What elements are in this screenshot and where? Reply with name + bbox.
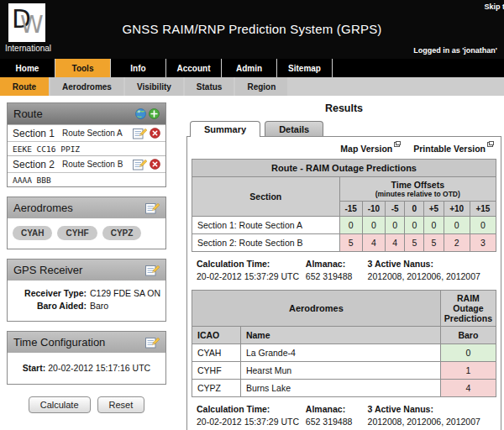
outage-value: 0 bbox=[339, 217, 362, 234]
outage-value: 0 bbox=[386, 217, 405, 234]
aerodromes-panel-header: Aerodromes bbox=[8, 197, 165, 218]
aerodrome-pill-list: CYAH CYHF CYPZ bbox=[8, 218, 165, 249]
nav-tab-sitemap[interactable]: Sitemap bbox=[277, 59, 333, 77]
table-row: CYHF Hearst Mun 1 bbox=[192, 362, 496, 380]
nav-tab-info[interactable]: Info bbox=[111, 59, 166, 77]
raim-outage-header: RAIM Outage Predictions bbox=[440, 291, 496, 327]
skip-link[interactable]: Skip to c bbox=[484, 3, 504, 11]
route-section-codes: EEKE CC16 PPIZ bbox=[8, 141, 165, 155]
subnav-filler bbox=[289, 77, 504, 96]
nav-filler bbox=[333, 59, 504, 77]
table-row: Section 2: Route Section B 5 4 4 5 5 2 3 bbox=[192, 234, 496, 252]
nav-tab-admin[interactable]: Admin bbox=[222, 59, 277, 77]
aerodrome-pill[interactable]: CYAH bbox=[13, 226, 52, 240]
edit-time-icon[interactable] bbox=[145, 337, 160, 349]
nanus-label: 3 Active Nanus: bbox=[368, 404, 491, 414]
offset-header: +10 bbox=[444, 202, 470, 217]
route-table-title: Route - RAIM Outage Predictions bbox=[192, 160, 496, 177]
reset-button[interactable]: Reset bbox=[97, 396, 145, 413]
start-value: 20-02-2012 15:17:16 UTC bbox=[48, 363, 150, 373]
edit-section-icon[interactable] bbox=[133, 159, 147, 170]
receiver-type-value: C129 FDE SA ON bbox=[90, 287, 160, 300]
main-nav: Home Tools Info Account Admin Sitemap bbox=[0, 59, 504, 77]
icao-value: CYPZ bbox=[192, 380, 241, 397]
nav-tab-tools[interactable]: Tools bbox=[55, 59, 111, 77]
section-name: Route Section A bbox=[62, 128, 133, 138]
nav-tab-account[interactable]: Account bbox=[166, 59, 222, 77]
aerodrome-pill[interactable]: CYHF bbox=[57, 226, 97, 240]
table-row: CYAH La Grande-4 0 bbox=[192, 344, 496, 362]
action-buttons: Calculate Reset bbox=[7, 396, 166, 413]
almanac-label: Almanac: bbox=[306, 259, 368, 269]
nav-tab-home[interactable]: Home bbox=[0, 59, 55, 77]
time-panel-body: Start:20-02-2012 15:17:16 UTC bbox=[8, 353, 165, 384]
gps-panel-body: Receiver Type: C129 FDE SA ON Baro Aided… bbox=[8, 281, 165, 321]
delete-section-icon[interactable] bbox=[150, 128, 160, 139]
tab-details[interactable]: Details bbox=[265, 121, 323, 136]
calculate-button[interactable]: Calculate bbox=[29, 396, 91, 413]
tab-summary[interactable]: Summary bbox=[190, 121, 260, 137]
external-window-icon bbox=[394, 142, 400, 147]
offset-header: -5 bbox=[386, 202, 405, 217]
config-sidebar: Route Section 1 Route Section A EEKE CC1… bbox=[7, 102, 166, 413]
table-row: Section 1: Route Section A 0 0 0 0 0 0 0 bbox=[192, 217, 496, 234]
baro-aided-label: Baro Aided: bbox=[13, 300, 87, 312]
delete-section-icon[interactable] bbox=[150, 159, 160, 170]
outage-value: 5 bbox=[424, 234, 444, 252]
subnav-tab-visibility[interactable]: Visibility bbox=[125, 77, 183, 96]
edit-gps-icon[interactable] bbox=[145, 265, 160, 276]
subnav-tab-route[interactable]: Route bbox=[0, 77, 49, 96]
nanus-label: 3 Active Nanus: bbox=[368, 259, 491, 269]
aerodromes-panel-title: Aerodromes bbox=[13, 202, 73, 214]
baro-value: 1 bbox=[440, 362, 496, 380]
outage-value: 0 bbox=[444, 217, 470, 234]
time-panel-title: Time Configuration bbox=[13, 336, 105, 349]
icao-value: CYHF bbox=[192, 362, 241, 380]
aerodrome-pill[interactable]: CYPZ bbox=[102, 226, 142, 240]
aerodromes-panel: Aerodromes CYAH CYHF CYPZ bbox=[7, 197, 166, 249]
gps-panel-title: GPS Receiver bbox=[13, 264, 82, 276]
route-section-row-2: Section 2 Route Section B bbox=[8, 155, 165, 172]
subnav-tab-region[interactable]: Region bbox=[235, 77, 287, 96]
aerodromes-raim-table: Aerodromes RAIM Outage Predictions ICAO … bbox=[192, 290, 496, 397]
offset-header: -10 bbox=[362, 202, 385, 217]
results-tabs: Summary Details bbox=[186, 121, 501, 136]
section-label: Section 2 bbox=[13, 159, 55, 170]
time-offsets-header: Time Offsets (minutes relative to OTD) bbox=[339, 177, 496, 202]
outage-value: 5 bbox=[405, 234, 424, 252]
subnav-tab-aerodromes[interactable]: Aerodromes bbox=[50, 77, 123, 96]
calculation-info: Calculation Time: Almanac: 3 Active Nanu… bbox=[192, 397, 496, 430]
map-version-link[interactable]: Map Version bbox=[340, 144, 400, 154]
outage-value: 0 bbox=[424, 217, 444, 234]
time-panel-header: Time Configuration bbox=[8, 332, 165, 353]
almanac-value: 652 319488 bbox=[306, 271, 368, 281]
icao-header: ICAO bbox=[192, 327, 241, 344]
printable-version-link[interactable]: Printable Version bbox=[413, 144, 493, 154]
route-section-codes: AAAA BBB bbox=[8, 172, 165, 186]
outage-value: 0 bbox=[405, 217, 424, 234]
calc-time-value: 20-02-2012 15:37:29 UTC bbox=[197, 417, 306, 427]
baro-aided-value: Baro bbox=[90, 300, 108, 312]
outage-value: 2 bbox=[444, 234, 470, 252]
gps-panel-header: GPS Receiver bbox=[8, 260, 165, 281]
edit-section-icon[interactable] bbox=[133, 128, 147, 139]
table-row: CYPZ Burns Lake 4 bbox=[192, 380, 496, 397]
calculation-info: Calculation Time: Almanac: 3 Active Nanu… bbox=[192, 252, 496, 290]
nanus-value: 2012008, 2012006, 2012007 bbox=[368, 417, 491, 427]
subnav-tab-status[interactable]: Status bbox=[185, 77, 234, 96]
external-window-icon bbox=[487, 142, 493, 147]
add-route-section-icon[interactable] bbox=[149, 108, 160, 119]
section-row-label: Section 2: Route Section B bbox=[192, 234, 340, 252]
globe-icon[interactable] bbox=[135, 108, 146, 119]
icao-value: CYAH bbox=[192, 344, 241, 362]
edit-aerodromes-icon[interactable] bbox=[145, 202, 160, 214]
results-heading: Results bbox=[186, 99, 501, 121]
almanac-label: Almanac: bbox=[306, 404, 368, 414]
logo-subtitle: International bbox=[5, 44, 51, 53]
offset-header: -15 bbox=[339, 202, 362, 217]
version-links: Map Version Printable Version bbox=[192, 142, 496, 159]
route-raim-table: Route - RAIM Outage Predictions Section … bbox=[192, 159, 496, 252]
route-section-row-1: Section 1 Route Section A bbox=[8, 124, 165, 141]
aerodrome-name: Hearst Mun bbox=[240, 362, 440, 380]
offset-header: 0 bbox=[405, 202, 424, 217]
